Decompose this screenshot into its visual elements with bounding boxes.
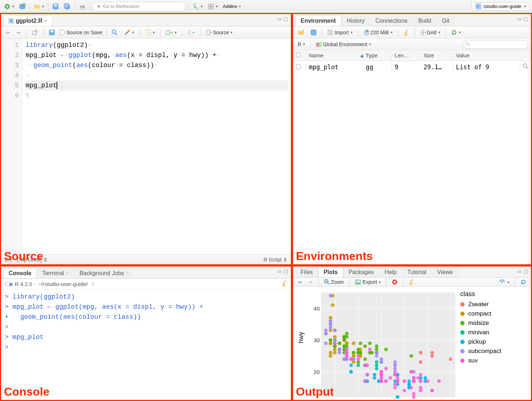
console-output[interactable]: > library(ggplot2) > mpg_plot ← ggplot(m… [1,290,291,400]
minimize-icon[interactable]: ▭ [277,16,281,22]
maximize-icon[interactable]: ▢ [284,16,288,22]
plot-prev-button[interactable]: ⬅ [296,278,304,286]
export-button[interactable]: Export▾ [353,278,382,286]
nav-forward-button[interactable]: ➡ [15,28,23,36]
show-in-new-window-button[interactable] [30,28,40,36]
col-size[interactable]: Size [421,51,453,60]
save-file-button[interactable] [47,28,57,36]
close-icon[interactable]: × [45,18,47,23]
env-row-mpgplot[interactable]: mpg_plot gg 9 29.1… List of 9 [293,61,531,73]
minimize-icon[interactable]: ▭ [277,269,281,274]
memory-usage[interactable]: 220 MiB▾ [362,28,394,36]
env-row-value: List of 9 [453,62,520,72]
load-workspace-button[interactable] [296,28,306,36]
svg-rect-9 [81,7,84,9]
svg-point-10 [194,3,196,5]
tab-packages[interactable]: Packages [343,266,379,277]
row-checkbox[interactable] [296,64,301,69]
popout-icon[interactable]: ⇗ [90,281,95,287]
tab-files[interactable]: Files [295,266,318,277]
remove-plot-button[interactable] [390,278,399,286]
svg-rect-28 [207,30,210,35]
col-len[interactable]: Len… [392,51,421,60]
tab-help[interactable]: Help [379,266,402,277]
working-dir[interactable]: ~/rstudio-user-guide/ [38,281,88,287]
col-name[interactable]: Name [306,51,356,60]
version-control-button[interactable]: ▾ [191,2,204,11]
print-button[interactable] [77,2,88,11]
svg-rect-26 [146,30,147,35]
select-all-checkbox[interactable] [296,52,301,57]
project-selector[interactable]: R rstudio-user-guide▾ [471,2,530,11]
tab-git[interactable]: Git [436,15,455,26]
tab-connections[interactable]: Connections [370,15,413,26]
refresh-plot-button[interactable] [519,278,528,286]
zoom-button[interactable]: Zoom [322,278,346,286]
tab-environment[interactable]: Environment [295,15,341,26]
plot-next-button[interactable]: ➡ [307,278,315,286]
tab-console[interactable]: Console [3,268,37,278]
publish-button[interactable]: ▾ [497,278,511,286]
refresh-icon[interactable]: ▾ [449,28,462,36]
col-type[interactable]: Type [363,51,392,60]
env-row-size: 29.1… [421,62,453,72]
grid-view-button[interactable]: Grid▾ [419,28,442,36]
addins-button[interactable]: Addins▾ [221,3,243,10]
maximize-icon[interactable]: ▢ [284,269,288,274]
tab-tutorial[interactable]: Tutorial [402,266,432,277]
source-on-save-checkbox[interactable]: Source on Save [59,30,102,35]
env-search-input[interactable] [463,40,528,49]
tab-background-jobs[interactable]: Background Jobs × [74,268,134,278]
tab-terminal[interactable]: Terminal × [37,268,74,278]
addins-label: Addins [223,4,237,9]
run-button[interactable]: ▾ [164,29,178,36]
wand-icon[interactable]: ▾ [122,28,136,37]
source-tabstrip: R ggplot2.R × ▭ ▢ [1,14,291,26]
scope-selector[interactable]: Global Environment▾ [314,40,373,48]
minimize-icon[interactable]: ▭ [517,269,522,274]
tab-viewer[interactable]: Viewe [432,266,458,277]
svg-point-36 [523,64,527,67]
language-selector[interactable]: R▾ [296,40,307,48]
save-button[interactable] [50,2,61,11]
sort-icon[interactable]: ▲ [356,51,363,60]
maximize-icon[interactable]: ▢ [524,269,528,274]
tab-plots[interactable]: Plots [318,266,343,277]
rscript-icon: R [9,18,14,23]
scope-selector[interactable]: (Top Level) ⇕ [17,257,47,263]
broom-icon[interactable] [281,280,287,288]
search-icon[interactable] [110,28,119,36]
nav-back-button[interactable]: ⬅ [4,28,12,36]
env-pane: Environment History Connections Build Gi… [292,13,532,265]
code-body[interactable]: library(ggplot2)¬mpg_plot·←·ggplot(mpg,·… [23,39,291,254]
source-button[interactable]: Source▾ [204,28,234,36]
close-icon[interactable]: × [126,271,129,276]
maximize-icon[interactable]: ▢ [524,16,528,22]
source-tab-ggplot2[interactable]: R ggplot2.R × [3,15,53,26]
new-file-button[interactable]: ▾ [2,2,16,11]
inspect-icon[interactable] [520,62,531,72]
tab-build[interactable]: Build [413,15,437,26]
svg-rect-12 [208,4,210,6]
new-project-button[interactable] [17,2,27,11]
cursor-position: 5:9 [5,257,12,263]
notebook-icon[interactable]: ▾ [143,28,156,37]
svg-rect-22 [50,30,53,32]
rerun-button[interactable] [186,29,197,36]
save-workspace-button[interactable] [309,28,318,36]
save-all-button[interactable] [62,2,73,11]
code-editor[interactable]: 123456 library(ggplot2)¬mpg_plot·←·ggplo… [1,39,291,254]
minimize-icon[interactable]: ▭ [517,16,522,22]
source-statusbar: 5:9 (Top Level) ⇕ R Script ⇕ [1,254,291,264]
clear-plots-button[interactable] [407,278,416,286]
panes-button[interactable]: ▾ [206,2,220,11]
close-icon[interactable]: × [66,271,69,276]
col-value[interactable]: Value [453,51,531,60]
broom-icon[interactable] [402,28,411,37]
import-button[interactable]: Import▾ [326,28,354,36]
goto-file-function-input[interactable]: ➤Go to file/function [92,2,186,11]
tab-history[interactable]: History [341,15,370,26]
open-file-button[interactable]: ▾ [32,3,46,10]
filetype-selector[interactable]: R Script ⇕ [263,257,287,263]
line-gutter: 123456 [1,39,23,254]
